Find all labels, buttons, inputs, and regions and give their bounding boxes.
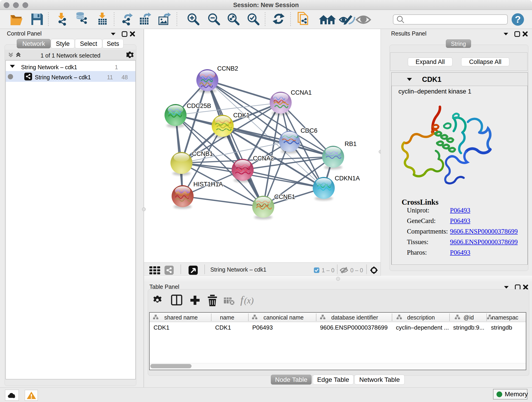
svg-text:0 – 0: 0 – 0 [350,267,363,274]
svg-text:database identifier: database identifier [331,314,378,321]
svg-text:1 – 0: 1 – 0 [322,267,335,274]
svg-text:CCNA1: CCNA1 [291,89,312,96]
svg-text:(x): (x) [244,296,254,306]
svg-text:canonical name: canonical name [264,314,304,321]
svg-text:CDC25B: CDC25B [187,102,211,109]
svg-text:CDC6: CDC6 [301,127,317,134]
svg-text:CCNB1: CCNB1 [192,150,213,157]
svg-text:?: ? [515,14,521,25]
svg-text:CCNE1: CCNE1 [274,193,295,200]
svg-text:shared name: shared name [164,314,198,321]
svg-text:CDK1: CDK1 [233,112,250,119]
svg-text:CCNA2: CCNA2 [253,155,274,162]
svg-text:description: description [407,314,435,321]
svg-text:HIST1H1A: HIST1H1A [193,181,223,188]
svg-text:CDKN1A: CDKN1A [335,175,360,182]
svg-text:@id: @id [463,314,474,321]
svg-text:CCNB2: CCNB2 [217,65,238,72]
svg-text:namespac: namespac [492,314,518,321]
svg-text:name: name [220,314,234,321]
svg-text:String Network – cdk1: String Network – cdk1 [210,266,266,273]
svg-text:RB1: RB1 [345,140,357,147]
